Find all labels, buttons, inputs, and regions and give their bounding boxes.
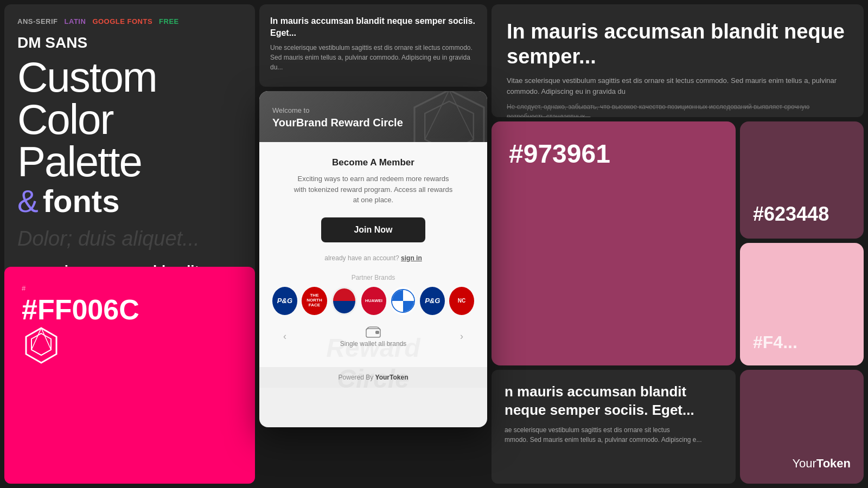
token-logo (22, 326, 238, 367)
modal-description: Exciting ways to earn and redeem more re… (292, 174, 455, 206)
font-tags: ANS-SERIF LATIN GOOGLE FONTS FREE (17, 17, 242, 25)
modal-subtitle: Become A Member (272, 157, 474, 168)
tag-sans: ANS-SERIF (17, 17, 58, 25)
next-arrow[interactable]: › (460, 331, 463, 342)
right-body: Vitae scelerisque vestibulum sagittis es… (507, 75, 848, 97)
prev-arrow[interactable]: ‹ (283, 331, 286, 342)
pink-hex-label: #FF006C (22, 293, 238, 326)
logo-pepsi (331, 287, 357, 315)
tag-latin: LATIN (65, 17, 86, 25)
logo-huawei: HUAWEI (361, 287, 387, 315)
main-heading: Custom Color Palette (17, 56, 242, 183)
logo-tnf: THE NORTH FACE (302, 287, 327, 315)
svg-line-5 (41, 350, 51, 355)
svg-rect-11 (375, 331, 379, 334)
color-panel-973: #973961 (492, 121, 736, 365)
modal-body: RewardCircle Become A Member Exciting wa… (259, 142, 487, 367)
sample-text: Dolor; duis aliquet... (17, 228, 242, 251)
right-top-panel: In mauris accumsan blandit neque semper.… (492, 4, 864, 117)
svg-line-4 (31, 350, 41, 355)
pink-color-panel: # #FF006C (4, 267, 255, 484)
svg-line-9 (449, 91, 474, 139)
wallet-info: Single wallet all brands (340, 326, 407, 348)
svg-line-8 (425, 91, 449, 139)
color-623-label: #623448 (753, 203, 851, 226)
logo-pg2: P&G (420, 287, 445, 315)
pink-hash: # (22, 284, 238, 292)
modal-footer: Powered By YourToken (259, 367, 487, 388)
right-heading: In mauris accumsan blandit neque semper.… (507, 20, 848, 69)
color-panel-f4: #F4... (740, 243, 864, 365)
partner-logos-row: P&G THE NORTH FACE HUAWEI P&G NC (272, 287, 474, 315)
font-name: DM SANS (17, 34, 242, 52)
logo-nc: NC (449, 287, 474, 315)
logo-pg: P&G (272, 287, 297, 315)
bottom-right-heading: n mauris accumsan blandit neque semper s… (505, 383, 723, 420)
center-article-title: In mauris accumsan blandit neque semper … (270, 15, 476, 40)
wallet-section: ‹ Single wallet all brands › (272, 326, 474, 348)
right-strikethrough: Не следует, однако, забывать, что высоко… (507, 102, 848, 117)
bottom-right-body: ae scelerisque vestibulum sagittis est d… (505, 425, 723, 445)
sign-in-prompt: already have an account? sign in (272, 254, 474, 262)
logo-bmw (391, 287, 416, 315)
join-now-button[interactable]: Join Now (321, 217, 425, 242)
ampersand: & (17, 183, 39, 219)
center-top-panel: In mauris accumsan blandit neque semper … (259, 4, 487, 87)
color-f4-label: #F4... (753, 332, 851, 352)
wallet-text: Single wallet all brands (340, 340, 407, 348)
yourtoken-text: YourToken (753, 457, 851, 471)
yourtoken-panel: YourToken (740, 370, 864, 484)
svg-marker-7 (425, 101, 474, 142)
reward-modal: Welcome to YourBrand Reward Circle Rewar… (259, 91, 487, 427)
color-973-label: #973961 (509, 139, 718, 169)
fonts-label: fonts (43, 183, 120, 219)
tag-free: FREE (159, 17, 179, 25)
sign-in-link[interactable]: sign in (401, 254, 422, 262)
partner-label: Partner Brands (272, 274, 474, 281)
sub-heading: &fonts (17, 183, 242, 219)
color-panel-623: #623448 (740, 121, 864, 239)
center-article-body: Une scelerisque vestibulum sagittis est … (270, 43, 476, 72)
bottom-right-text-panel: n mauris accumsan blandit neque semper s… (492, 370, 736, 484)
modal-header: Welcome to YourBrand Reward Circle (259, 91, 487, 142)
svg-marker-1 (31, 333, 51, 355)
footer-brand: YourToken (375, 374, 409, 381)
tag-google: GOOGLE FONTS (92, 17, 152, 25)
